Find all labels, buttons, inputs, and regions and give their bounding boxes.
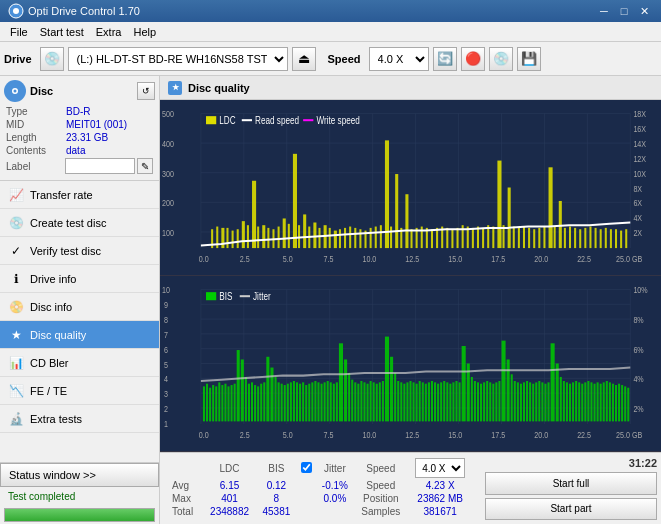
sidebar-item-disc-quality[interactable]: ★ Disc quality <box>0 321 159 349</box>
sidebar-item-extra-tests[interactable]: 🔬 Extra tests <box>0 405 159 433</box>
svg-rect-190 <box>311 382 313 421</box>
refresh-button[interactable]: 🔄 <box>433 47 457 71</box>
svg-text:4%: 4% <box>633 373 644 384</box>
disc-type-row: Type BD-R <box>4 106 155 117</box>
sidebar-item-disc-info[interactable]: 📀 Disc info <box>0 293 159 321</box>
svg-rect-223 <box>419 381 421 421</box>
window-controls: ─ □ ✕ <box>595 3 653 19</box>
sidebar-item-verify-test-disc[interactable]: ✓ Verify test disc <box>0 237 159 265</box>
disc-button[interactable]: 💿 <box>489 47 513 71</box>
svg-text:4X: 4X <box>633 212 642 223</box>
drive-info-label: Drive info <box>30 273 76 285</box>
start-full-button[interactable]: Start full <box>485 472 657 495</box>
disc-section: Disc ↺ Type BD-R MID MEIT01 (001) Length… <box>0 76 159 181</box>
svg-rect-62 <box>380 225 382 248</box>
svg-rect-91 <box>564 228 566 248</box>
drive-icon-btn[interactable]: 💿 <box>40 47 64 71</box>
verify-test-label: Verify test disc <box>30 245 101 257</box>
svg-point-1 <box>13 8 19 14</box>
svg-rect-201 <box>348 373 350 421</box>
svg-rect-175 <box>263 382 265 421</box>
maximize-button[interactable]: □ <box>615 3 633 19</box>
length-label: Length <box>6 132 66 143</box>
sidebar-item-drive-info[interactable]: ℹ Drive info <box>0 265 159 293</box>
disc-refresh-btn[interactable]: ↺ <box>137 82 155 100</box>
svg-rect-29 <box>334 231 337 249</box>
svg-rect-202 <box>351 380 353 422</box>
stats-row: LDC BIS Jitter Speed 4.0 X <box>160 452 661 524</box>
title-bar: Opti Drive Control 1.70 ─ □ ✕ <box>0 0 661 22</box>
start-part-button[interactable]: Start part <box>485 498 657 521</box>
svg-rect-160 <box>215 386 217 421</box>
svg-text:7.5: 7.5 <box>324 253 334 264</box>
col-header-jitter-check[interactable] <box>297 457 316 479</box>
type-label: Type <box>6 106 66 117</box>
label-edit-btn[interactable]: ✎ <box>137 158 153 174</box>
sidebar-item-fe-te[interactable]: 📉 FE / TE <box>0 377 159 405</box>
svg-rect-43 <box>237 229 239 248</box>
drive-select[interactable]: (L:) HL-DT-ST BD-RE WH16NS58 TST4 <box>68 47 288 71</box>
svg-rect-42 <box>232 231 234 249</box>
sidebar-item-create-test-disc[interactable]: 💿 Create test disc <box>0 209 159 237</box>
menu-help[interactable]: Help <box>127 24 162 40</box>
svg-rect-260 <box>538 381 540 421</box>
svg-rect-198 <box>336 382 338 421</box>
sidebar-item-transfer-rate[interactable]: 📈 Transfer rate <box>0 181 159 209</box>
svg-text:0.0: 0.0 <box>199 253 209 264</box>
svg-rect-279 <box>600 384 602 422</box>
save-button[interactable]: 💾 <box>517 47 541 71</box>
disc-label-input[interactable] <box>65 158 135 174</box>
svg-rect-65 <box>411 229 413 248</box>
menu-file[interactable]: File <box>4 24 34 40</box>
svg-rect-233 <box>449 384 451 422</box>
svg-text:12.5: 12.5 <box>405 429 419 440</box>
disc-header: Disc ↺ <box>4 80 155 102</box>
col-header-speed: Speed <box>354 457 407 479</box>
svg-text:8: 8 <box>164 314 168 325</box>
disc-info-icon: 📀 <box>8 299 24 315</box>
svg-text:20.0: 20.0 <box>534 253 548 264</box>
svg-rect-90 <box>554 227 556 249</box>
svg-rect-94 <box>579 229 581 248</box>
sidebar-item-cd-bler[interactable]: 📊 CD Bler <box>0 349 159 377</box>
svg-rect-196 <box>330 382 332 421</box>
status-window-button[interactable]: Status window >> <box>0 463 159 487</box>
svg-rect-203 <box>354 382 356 421</box>
svg-rect-168 <box>241 359 244 421</box>
svg-rect-164 <box>227 386 229 421</box>
svg-rect-103 <box>625 229 627 248</box>
menu-start-test[interactable]: Start test <box>34 24 90 40</box>
eject-button[interactable]: ⏏ <box>292 47 316 71</box>
svg-text:0.0: 0.0 <box>199 429 209 440</box>
svg-text:Jitter: Jitter <box>253 290 271 302</box>
svg-rect-278 <box>597 382 599 421</box>
svg-rect-197 <box>333 384 335 422</box>
svg-rect-85 <box>523 227 525 249</box>
svg-rect-269 <box>569 384 571 422</box>
svg-text:14X: 14X <box>633 138 646 149</box>
svg-rect-52 <box>318 228 320 248</box>
svg-rect-250 <box>507 359 510 421</box>
close-button[interactable]: ✕ <box>635 3 653 19</box>
col-header-speed-select[interactable]: 4.0 X <box>407 457 473 479</box>
svg-text:7: 7 <box>164 329 168 340</box>
svg-rect-270 <box>572 382 574 421</box>
svg-rect-280 <box>603 382 605 421</box>
contents-value: data <box>66 145 85 156</box>
svg-rect-171 <box>251 382 253 421</box>
menu-extra[interactable]: Extra <box>90 24 128 40</box>
app-title: Opti Drive Control 1.70 <box>28 5 595 17</box>
speed-dropdown[interactable]: 4.0 X <box>415 458 465 478</box>
jitter-checkbox[interactable] <box>301 462 312 473</box>
svg-rect-254 <box>520 384 522 422</box>
stats-max-row: Max 401 8 0.0% Position 23862 MB <box>168 492 473 505</box>
minimize-button[interactable]: ─ <box>595 3 613 19</box>
speed-select[interactable]: 4.0 X <box>369 47 429 71</box>
svg-text:Read speed: Read speed <box>255 114 299 126</box>
burn-button[interactable]: 🔴 <box>461 47 485 71</box>
svg-rect-95 <box>584 228 586 248</box>
svg-rect-79 <box>482 228 484 248</box>
svg-rect-35 <box>497 161 501 249</box>
total-label: Total <box>168 505 203 518</box>
svg-rect-253 <box>517 382 519 421</box>
